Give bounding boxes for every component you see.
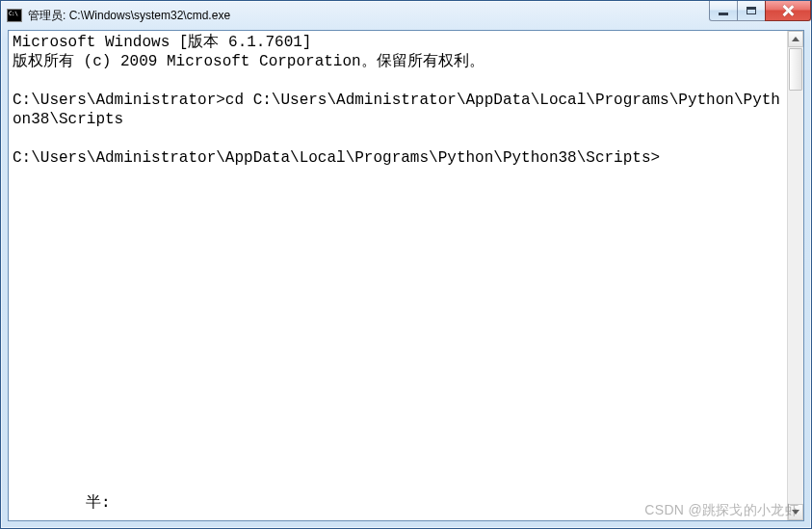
maximize-button[interactable]: [737, 1, 766, 21]
cmd-window: 管理员: C:\Windows\system32\cmd.exe Microso…: [0, 0, 812, 529]
vertical-scrollbar[interactable]: [787, 31, 803, 520]
maximize-icon: [747, 7, 756, 14]
console-output[interactable]: Microsoft Windows [版本 6.1.7601] 版权所有 (c)…: [9, 31, 787, 520]
cmd-icon: [7, 9, 22, 22]
footer-partial-text: 半:: [86, 492, 111, 513]
close-icon: [781, 5, 795, 16]
client-area: Microsoft Windows [版本 6.1.7601] 版权所有 (c)…: [8, 30, 804, 521]
scroll-up-button[interactable]: [788, 31, 803, 47]
chevron-up-icon: [792, 37, 799, 41]
window-controls: [710, 1, 811, 21]
minimize-button[interactable]: [709, 1, 738, 21]
minimize-icon: [719, 13, 728, 15]
close-button[interactable]: [765, 1, 811, 21]
titlebar[interactable]: 管理员: C:\Windows\system32\cmd.exe: [1, 1, 811, 30]
scroll-thumb[interactable]: [789, 48, 802, 91]
watermark-text: CSDN @跳探戈的小龙虾: [644, 502, 799, 519]
window-title: 管理员: C:\Windows\system32\cmd.exe: [28, 8, 230, 24]
